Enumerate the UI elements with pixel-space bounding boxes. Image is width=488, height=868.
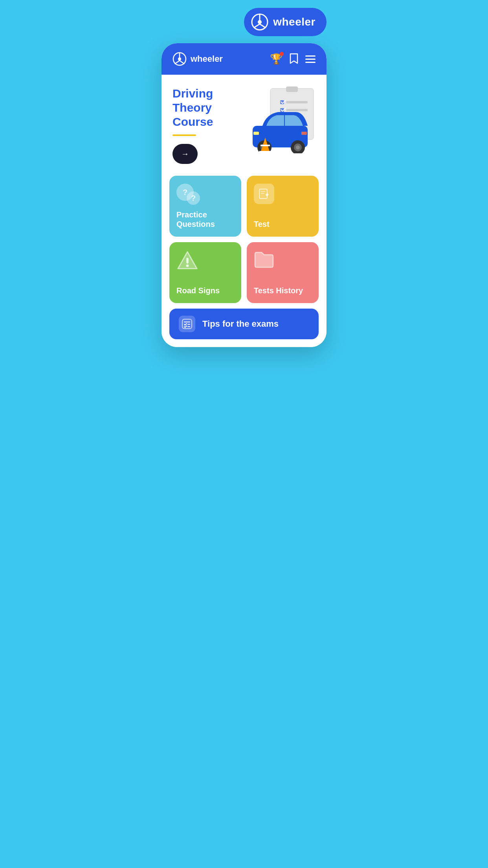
svg-point-35: [186, 265, 189, 267]
tips-label: Tips for the exams: [202, 319, 279, 329]
bookmark-button[interactable]: [290, 53, 298, 65]
cards-grid: ? ? Practice Questions: [169, 176, 319, 303]
svg-rect-12: [286, 86, 298, 92]
test-card[interactable]: Test: [247, 176, 319, 237]
hero-title: Driving Theory Course: [172, 86, 249, 129]
test-icon-area: [254, 184, 312, 204]
edit-pencil-icon: [254, 184, 274, 204]
svg-point-25: [296, 145, 300, 149]
hero-content: Driving Theory Course →: [172, 86, 253, 164]
svg-line-4: [260, 24, 265, 28]
steering-wheel-icon-top: [251, 13, 268, 31]
page-wrapper: wheeler wheeler 🏆: [161, 16, 327, 347]
svg-rect-16: [286, 109, 308, 111]
header-icons: 🏆: [270, 53, 316, 65]
test-label: Test: [254, 219, 312, 229]
svg-line-8: [175, 61, 180, 64]
chat-bubble-2: ?: [187, 191, 200, 205]
tests-history-icon-area: [254, 250, 312, 272]
folder-icon: [254, 250, 312, 272]
hero-section: Driving Theory Course →: [161, 75, 327, 172]
header-steering-icon: [172, 52, 187, 66]
header-brand-name: wheeler: [191, 54, 223, 64]
svg-rect-29: [259, 151, 272, 153]
tips-button[interactable]: Tips for the exams: [169, 309, 319, 339]
practice-questions-icon-area: ? ?: [176, 184, 234, 205]
practice-questions-label: Practice Questions: [176, 210, 234, 229]
hamburger-line-3: [305, 62, 316, 63]
warning-triangle-icon: [176, 250, 198, 270]
top-brand-badge: wheeler: [244, 8, 327, 36]
header-logo: wheeler: [172, 52, 223, 66]
svg-rect-34: [186, 257, 189, 263]
road-signs-card[interactable]: Road Signs: [169, 242, 241, 303]
hero-image: [253, 86, 316, 153]
app-header: wheeler 🏆: [161, 43, 327, 75]
tests-history-label: Tests History: [254, 286, 312, 295]
svg-line-9: [180, 61, 184, 64]
svg-rect-27: [301, 132, 307, 135]
hero-title-line1: Driving Theory: [172, 87, 213, 114]
hero-underline: [172, 134, 196, 136]
checklist-icon: [182, 319, 192, 329]
bookmark-icon: [290, 53, 298, 64]
tips-icon-box: [179, 316, 195, 332]
triangle-svg: [176, 250, 198, 271]
hero-title-line2: Course: [172, 115, 213, 128]
practice-questions-card[interactable]: ? ? Practice Questions: [169, 176, 241, 237]
svg-rect-30: [261, 145, 270, 146]
hamburger-line-2: [305, 59, 316, 60]
svg-rect-26: [253, 132, 259, 135]
svg-rect-14: [286, 101, 308, 103]
road-signs-icon-area: [176, 250, 234, 270]
road-signs-label: Road Signs: [176, 286, 234, 295]
hamburger-line-1: [305, 55, 316, 57]
top-brand-name: wheeler: [273, 16, 316, 28]
trophy-button[interactable]: 🏆: [270, 53, 283, 65]
hero-arrow-button[interactable]: →: [172, 144, 198, 164]
phone-frame: wheeler 🏆: [161, 43, 327, 347]
folder-svg: [254, 250, 274, 268]
svg-line-3: [254, 24, 260, 28]
arrow-right-icon: →: [181, 149, 189, 158]
pencil-svg: [259, 188, 270, 199]
grid-section: ? ? Practice Questions: [161, 172, 327, 347]
notification-dot: [280, 52, 284, 56]
hamburger-menu-button[interactable]: [305, 55, 316, 63]
chat-bubbles-icon: ? ?: [176, 184, 200, 205]
car-illustration: [253, 86, 316, 153]
svg-rect-36: [182, 319, 192, 329]
tests-history-card[interactable]: Tests History: [247, 242, 319, 303]
